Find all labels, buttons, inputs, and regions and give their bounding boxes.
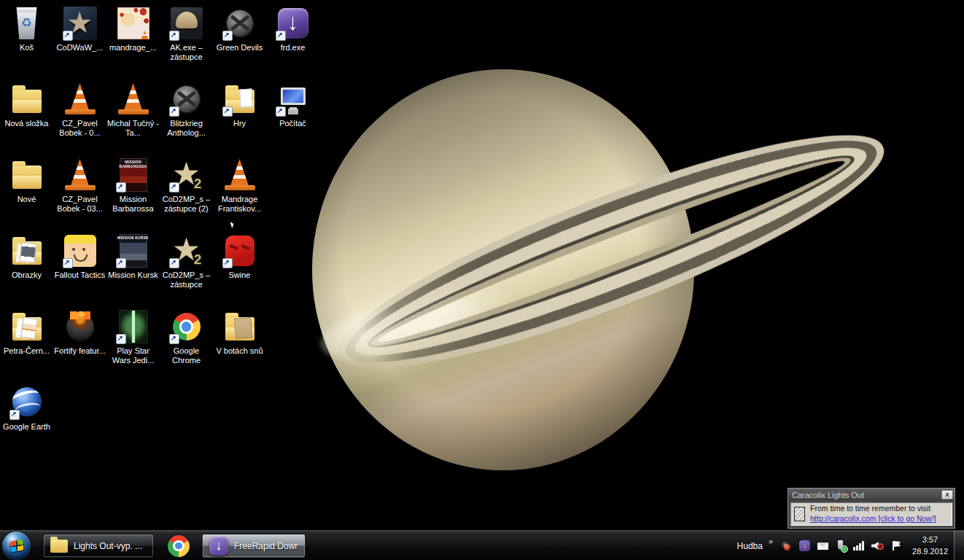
desktop-icon-mandrage[interactable]: mandrage_... [106,3,160,79]
popup-link[interactable]: http://caracolix.com [click to go Now!] [810,514,936,523]
popup-close-button[interactable]: x [941,490,953,499]
system-tray: Hudba » 3:57 28.9.2012 [737,531,964,560]
chrome-taskbar-icon[interactable] [166,534,191,559]
desktop-icon-codwaw[interactable]: CoDWaW_... [53,3,106,79]
desktop-icon-obrazky[interactable]: Obrazky [0,230,53,306]
taskbar-button-label: FreeRapid Downl... [234,541,298,551]
mail-icon[interactable] [817,540,829,552]
helmet-icon [169,6,204,41]
shortcut-arrow-overlay [276,31,286,41]
recycle-bin-icon [9,6,44,41]
box-barbarossa-icon: MISSION BARBAROSSA [116,158,151,192]
desktop-icon-petra-ern[interactable]: Petra-Čern... [0,306,53,382]
desktop-icon-cod2mp-s-z-stupce[interactable]: 2CoD2MP_s – zástupce [160,230,213,306]
start-button[interactable] [2,532,31,560]
desktop-icon-fallout-tactics[interactable]: Fallout Tactics [53,230,106,306]
desktop-icon-cz-pavel-bobek-03[interactable]: CZ_Pavel Bobek - 03... [53,155,106,230]
desktop-icon-mandrage-frantiskov[interactable]: Mandrage Frantiskov... [213,155,266,230]
desktop-icon-label: Mission Barbarossa [106,195,160,214]
folder-shortcut-icon [222,82,257,117]
shortcut-arrow-overlay [222,106,233,117]
icon-column: frd.exePočítač [266,3,319,458]
fallout-boy-icon [63,233,98,268]
chrome-icon [169,309,204,344]
shortcut-arrow-overlay [169,182,179,192]
desktop-icon-label: Fallout Tactics [53,271,106,280]
action-center-flag-icon[interactable] [890,540,902,552]
icon-art-text: MISSION KURSK [117,236,149,240]
desktop-icon-play-star-wars-jedi[interactable]: Play Star Wars Jedi... [106,306,160,382]
desktop-icon-swine[interactable]: Swine [213,230,266,306]
desktop[interactable]: KošNová složkaNovéObrazkyPetra-Čern...Go… [0,0,964,560]
desktop-icon-label: Green Devils [213,43,266,52]
page-icon [794,507,805,521]
shortcut-arrow-overlay [116,258,126,268]
desktop-icon-label: AK.exe – zástupce [160,43,213,62]
desktop-icon-label: Fortify featur... [53,346,106,356]
clock-time: 3:57 [922,534,938,546]
usb-safely-remove-icon[interactable] [835,540,847,552]
folder-papers-icon [9,309,44,344]
gold-star-2-icon: 2 [169,233,204,268]
show-desktop-button[interactable] [954,531,964,560]
tray-overflow-chevron[interactable]: » [769,537,773,545]
desktop-icon-ak-exe-z-stupce[interactable]: AK.exe – zástupce [160,3,213,79]
desktop-icon-label: V botách snů [213,346,266,356]
computer-icon [276,82,311,117]
war-emblem-icon [222,6,257,41]
icon-art-text: 2 [194,175,202,192]
desktop-icon-google-earth[interactable]: Google Earth [0,382,53,458]
popup-title-bar[interactable]: Caracolix Lights Out x [788,489,955,501]
desktop-icon-mission-barbarossa[interactable]: MISSION BARBAROSSAMission Barbarossa [106,155,160,230]
fortify-sphere-icon [63,309,98,344]
desktop-icon-label: frd.exe [266,43,319,52]
gold-star-2-icon: 2 [169,158,204,192]
freerapid-taskbar-icon [209,537,228,556]
desktop-icon-nov[interactable]: Nové [0,155,53,230]
desktop-icon-label: mandrage_... [106,43,160,52]
vlc-cone-icon [222,158,257,192]
popup-message-line: From time to time remember to visit [810,504,930,513]
shortcut-arrow-overlay [276,106,286,117]
icon-column: Green DevilsHryMandrage Frantiskov...Swi… [213,3,266,458]
desktop-icon-label: Petra-Čern... [0,346,53,356]
desktop-icon-frd-exe[interactable]: frd.exe [266,3,319,79]
clock-date: 28.9.2012 [912,546,948,558]
volume-muted-icon[interactable] [871,540,884,552]
desktop-icon-blitzkrieg-antholog[interactable]: Blitzkrieg Antholog... [160,79,213,155]
desktop-icon-hry[interactable]: Hry [213,79,266,155]
red-satellite-icon[interactable] [780,540,793,552]
desktop-icon-mission-kursk[interactable]: MISSION KURSKMission Kursk [106,230,160,306]
desktop-icon-ko[interactable]: Koš [0,3,53,79]
star-emblem-icon [63,6,98,41]
taskbar-button-label: Lights Out-vyp. ... [74,541,142,551]
desktop-icon-cod2mp-s-z-stupce-2[interactable]: 2CoD2MP_s – zástupce (2) [160,155,213,230]
war-emblem-icon [169,82,204,117]
desktop-icon-green-devils[interactable]: Green Devils [213,3,266,79]
desktop-icon-label: Nové [0,195,53,204]
taskbar-clock[interactable]: 3:57 28.9.2012 [912,534,948,558]
icon-column: KošNová složkaNovéObrazkyPetra-Čern...Go… [0,3,53,458]
shortcut-arrow-overlay [169,106,179,117]
desktop-icon-grid: KošNová složkaNovéObrazkyPetra-Čern...Go… [0,3,319,458]
icon-art-text: 2 [194,251,202,268]
music-toolbar-label[interactable]: Hudba [737,541,763,551]
icon-column: AK.exe – zástupceBlitzkrieg Antholog...2… [160,3,213,458]
desktop-icon-cz-pavel-bobek-0[interactable]: CZ_Pavel Bobek - 0... [53,79,106,155]
taskbar-items: Lights Out-vyp. ...FreeRapid Downl... [43,534,306,558]
taskbar-button-lights-out-vyp[interactable]: Lights Out-vyp. ... [43,534,154,558]
desktop-icon-v-bot-ch-sn[interactable]: V botách snů [213,306,266,382]
freerapid-tray-icon[interactable] [798,540,811,552]
swine-boar-icon [222,233,257,268]
desktop-icon-fortify-featur[interactable]: Fortify featur... [53,306,106,382]
network-signal-icon[interactable] [853,540,866,552]
desktop-icon-po-ta[interactable]: Počítač [266,79,319,155]
taskbar-button-freerapid-downl[interactable]: FreeRapid Downl... [202,534,306,558]
desktop-icon-google-chrome[interactable]: Google Chrome [160,306,213,382]
desktop-icon-michal-tu-n-ta[interactable]: Michal Tučný -Ta... [106,79,160,155]
desktop-icon-label: Počítač [266,119,319,128]
desktop-icon-nov-slo-ka[interactable]: Nová složka [0,79,53,155]
vlc-cone-icon [63,158,98,192]
folder-icon [9,158,44,192]
desktop-icon-label: Hry [213,119,266,128]
